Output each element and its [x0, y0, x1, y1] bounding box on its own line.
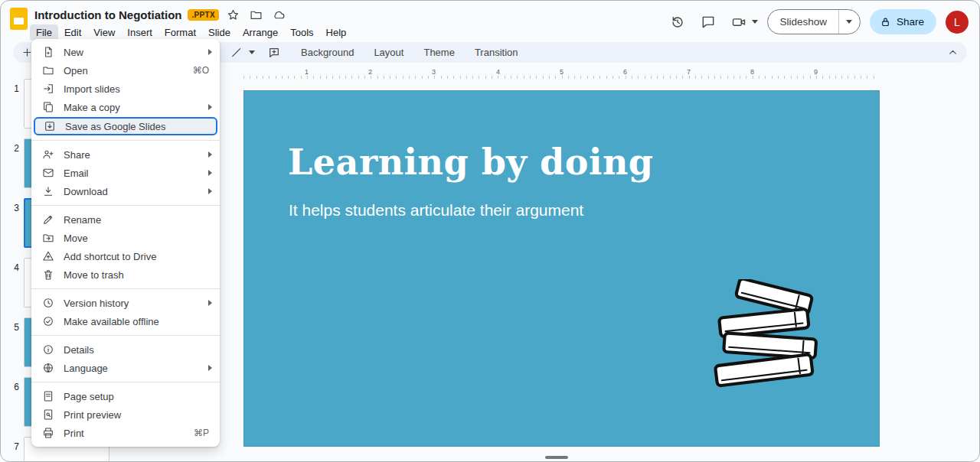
menu-divider — [31, 382, 220, 382]
drive-shortcut-icon — [42, 250, 54, 262]
menu-item-import-slides[interactable]: Import slides — [31, 80, 220, 98]
version-history-icon[interactable] — [667, 11, 688, 33]
menu-item-label: Open — [64, 65, 193, 76]
slide-number: 4 — [7, 258, 24, 307]
stacked-books-image[interactable] — [702, 279, 828, 402]
star-icon[interactable] — [225, 6, 242, 23]
menu-arrange[interactable]: Arrange — [237, 24, 284, 41]
slide-number: 5 — [7, 317, 24, 367]
comments-icon[interactable] — [697, 11, 719, 33]
ruler-number: 6 — [621, 68, 629, 76]
slideshow-button[interactable]: Slideshow — [768, 10, 838, 34]
pptx-badge: .PPTX — [188, 9, 218, 21]
insert-comment-icon[interactable] — [265, 44, 283, 62]
menu-item-label: New — [64, 47, 204, 58]
menu-item-label: Email — [64, 168, 204, 179]
slide-title[interactable]: Learning by doing — [288, 142, 654, 183]
toolbar-visible-group: Background Layout Theme Transition — [227, 42, 527, 63]
collapse-toolbar-icon[interactable] — [945, 44, 961, 60]
menu-item-move-to-trash[interactable]: Move to trash — [31, 265, 220, 284]
menu-item-label: Add shortcut to Drive — [64, 251, 212, 262]
transition-button[interactable]: Transition — [466, 44, 527, 60]
menu-item-print[interactable]: Print⌘P — [31, 424, 220, 442]
video-camera-icon — [728, 11, 750, 33]
menu-item-save-as-google-slides[interactable]: Save as Google Slides — [34, 117, 217, 135]
menu-item-version-history[interactable]: Version history — [31, 294, 220, 312]
slides-logo-inner — [14, 18, 24, 24]
share-button[interactable]: Share — [870, 9, 936, 34]
menu-item-label: Import slides — [64, 83, 212, 95]
slide-number: 7 — [7, 437, 24, 462]
ruler-number: 3 — [430, 68, 438, 76]
menu-help[interactable]: Help — [320, 24, 353, 41]
move-folder-icon — [42, 232, 54, 244]
share-button-label: Share — [897, 16, 924, 28]
submenu-arrow-icon — [208, 104, 212, 110]
menu-slide[interactable]: Slide — [202, 24, 237, 41]
line-tool-caret-icon[interactable] — [249, 50, 255, 54]
menu-item-make-a-copy[interactable]: Make a copy — [31, 98, 220, 116]
submenu-arrow-icon — [208, 188, 212, 194]
menu-item-open[interactable]: Open⌘O — [31, 61, 220, 80]
document-title[interactable]: Introduction to Negotiation — [34, 8, 181, 21]
print-preview-icon — [42, 408, 54, 421]
menu-item-share[interactable]: Share — [31, 145, 220, 164]
submenu-arrow-icon — [208, 365, 212, 371]
menu-item-rename[interactable]: Rename — [31, 210, 220, 229]
menu-divider — [31, 140, 220, 141]
cloud-status-icon[interactable] — [271, 6, 288, 23]
menu-item-new[interactable]: New — [31, 43, 220, 61]
menu-item-label: Details — [64, 344, 212, 356]
top-right-controls: Slideshow Share L — [667, 9, 969, 34]
menu-tools[interactable]: Tools — [284, 24, 319, 41]
menu-view[interactable]: View — [87, 24, 121, 41]
menu-edit[interactable]: Edit — [58, 24, 87, 41]
menu-item-label: Page setup — [64, 391, 212, 402]
line-tool-icon[interactable] — [227, 44, 246, 62]
download-icon — [42, 185, 54, 197]
caret-down-icon — [846, 20, 852, 24]
menu-divider — [31, 205, 220, 206]
menu-file[interactable]: File — [30, 24, 58, 41]
slide-canvas[interactable]: Learning by doing It helps students arti… — [243, 90, 880, 447]
submenu-arrow-icon — [208, 300, 212, 306]
menu-item-download[interactable]: Download — [31, 182, 220, 200]
ruler-number: 1 — [302, 68, 311, 76]
slides-logo-icon[interactable] — [10, 8, 28, 30]
menu-item-email[interactable]: Email — [31, 164, 220, 182]
menu-item-print-preview[interactable]: Print preview — [31, 405, 220, 424]
menu-item-label: Share — [64, 149, 204, 161]
horizontal-scrollbar-handle[interactable] — [545, 456, 568, 459]
menu-item-language[interactable]: Language — [31, 359, 220, 377]
slideshow-split-button: Slideshow — [767, 9, 861, 34]
theme-button[interactable]: Theme — [415, 44, 462, 60]
menu-item-add-shortcut-to-drive[interactable]: Add shortcut to Drive — [31, 247, 220, 265]
menu-item-shortcut: ⌘P — [194, 428, 209, 438]
move-to-folder-icon[interactable] — [248, 6, 265, 23]
menu-item-move[interactable]: Move — [31, 229, 220, 247]
menu-format[interactable]: Format — [158, 24, 202, 41]
printer-icon — [42, 427, 54, 439]
background-button[interactable]: Background — [292, 44, 362, 60]
slideshow-options-button[interactable] — [838, 10, 860, 34]
slide-subtitle[interactable]: It helps students articulate their argum… — [289, 201, 583, 220]
menu-item-label: Language — [64, 363, 204, 374]
slide-number: 2 — [7, 138, 24, 188]
info-icon — [42, 343, 54, 356]
email-icon — [42, 167, 54, 179]
trash-icon — [42, 268, 54, 281]
new-document-icon — [42, 46, 54, 58]
rename-pencil-icon — [42, 213, 54, 226]
menu-item-details[interactable]: Details — [31, 340, 220, 359]
menu-item-label: Print preview — [64, 409, 212, 421]
meet-button[interactable] — [728, 11, 758, 33]
menu-item-make-available-offline[interactable]: Make available offline — [31, 312, 220, 330]
history-clock-icon — [42, 297, 54, 309]
layout-button[interactable]: Layout — [365, 44, 412, 60]
ruler-number: 9 — [812, 68, 820, 76]
user-avatar[interactable]: L — [946, 11, 969, 34]
slide-number: 6 — [7, 377, 24, 427]
menu-insert[interactable]: Insert — [121, 24, 158, 41]
menu-item-page-setup[interactable]: Page setup — [31, 387, 220, 405]
top-bar: Introduction to Negotiation .PPTX File E… — [1, 1, 979, 39]
